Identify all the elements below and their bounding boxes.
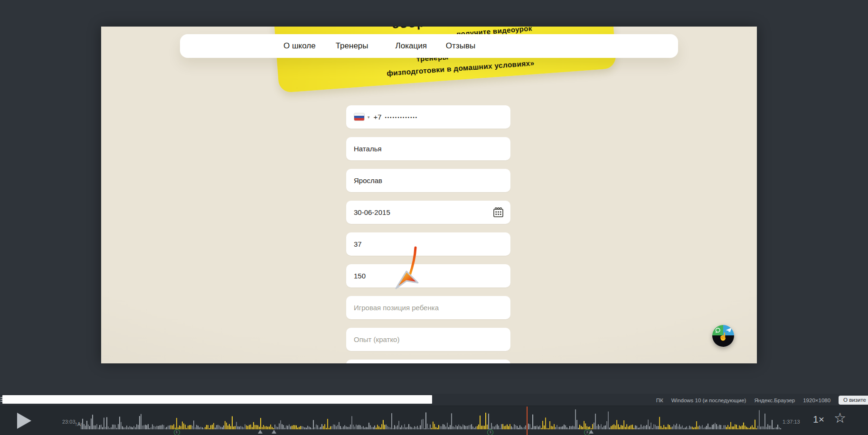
replay-cursor-icon: [388, 245, 426, 292]
chevron-down-icon[interactable]: ▾: [368, 115, 370, 120]
child-name-field[interactable]: Ярослав: [346, 169, 510, 192]
timeline-triangle-marker[interactable]: [589, 430, 594, 434]
phone-dial-code: +7: [374, 113, 382, 121]
visit-info: ПК Windows 10 (и последующие) Яндекс.Бра…: [656, 396, 868, 405]
parent-name-field[interactable]: Наталья: [346, 137, 510, 160]
russia-flag-icon[interactable]: [354, 113, 365, 121]
site-navbar: О школе Тренеры Локация Отзывы: [180, 34, 678, 58]
playhead[interactable]: [527, 407, 528, 435]
visit-device: ПК: [656, 398, 663, 403]
timeline-triangle-marker[interactable]: [272, 430, 276, 434]
birth-date-field[interactable]: 30-06-2015: [346, 201, 510, 224]
chat-widget-button[interactable]: ☝: [712, 325, 734, 347]
play-button[interactable]: [17, 413, 31, 429]
visit-os: Windows 10 (и последующие): [671, 398, 746, 403]
phone-field[interactable]: ▾ +7 •••••••••••••: [346, 105, 510, 129]
about-visit-button[interactable]: О визите: [839, 396, 868, 405]
playback-speed-button[interactable]: 1×: [813, 414, 824, 425]
event-count-marker[interactable]: 1: [174, 429, 180, 435]
favorite-star-icon[interactable]: ☆: [834, 410, 846, 426]
seek-bar[interactable]: [2, 395, 432, 404]
total-duration: 1:37:13: [783, 419, 800, 425]
weight-field[interactable]: 37: [346, 232, 510, 256]
current-time: 23:03: [62, 419, 75, 425]
extra-field-partial[interactable]: [346, 360, 510, 363]
signup-form: ▾ +7 ••••••••••••• Наталья Ярослав 30-06…: [346, 105, 510, 363]
position-field[interactable]: Игровая позиция ребенка: [346, 296, 510, 319]
event-count-marker[interactable]: 1: [487, 429, 493, 435]
keypress-marker[interactable]: ↑A: [75, 421, 81, 427]
seek-row: ПК Windows 10 (и последующие) Яндекс.Бра…: [0, 394, 868, 406]
visit-resolution: 1920×1080: [803, 398, 830, 403]
recorded-page-viewport: сбор получите видеоурок тренеры – физпод…: [101, 27, 757, 363]
nav-item-location[interactable]: Локация: [396, 41, 427, 51]
calendar-icon[interactable]: [493, 207, 504, 218]
visit-browser: Яндекс.Браузер: [754, 398, 795, 403]
phone-mask: •••••••••••••: [385, 114, 418, 120]
nav-item-trainers[interactable]: Тренеры: [336, 41, 368, 51]
timeline-triangle-marker[interactable]: [258, 430, 263, 434]
nav-item-reviews[interactable]: Отзывы: [446, 41, 475, 51]
audio-waveform[interactable]: [81, 408, 781, 430]
experience-field[interactable]: Опыт (кратко): [346, 328, 510, 351]
hand-cursor-icon: ☝: [712, 335, 734, 347]
nav-item-about[interactable]: О школе: [283, 41, 316, 51]
birth-date-value: 30-06-2015: [354, 208, 390, 216]
player-controls: 23:03 ↑A 113 1:37:13 1× ☆: [0, 406, 868, 435]
height-field[interactable]: 150: [346, 264, 510, 287]
session-replay-player: { "colors": { "chrome_background": "#2f3…: [0, 0, 868, 435]
